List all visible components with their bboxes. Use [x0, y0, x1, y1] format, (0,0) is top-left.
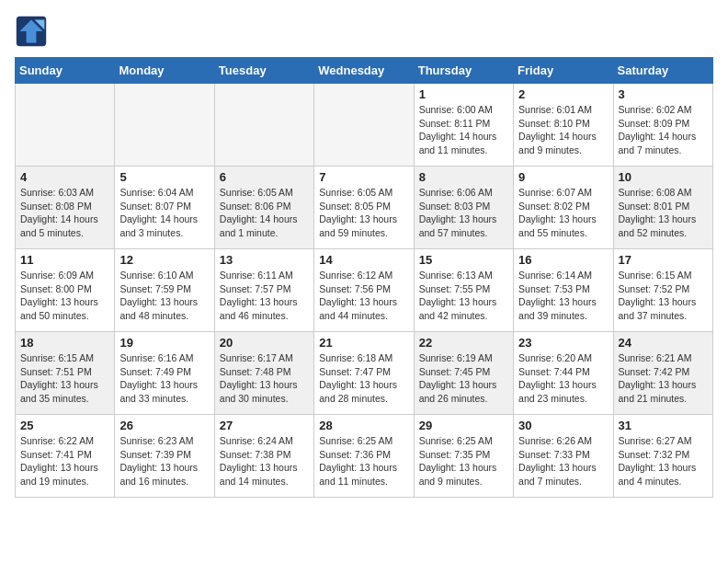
day-number: 24 [619, 336, 708, 350]
day-number: 30 [518, 419, 608, 432]
day-number: 7 [319, 170, 408, 184]
day-info: Sunrise: 6:17 AMSunset: 7:48 PMDaylight:… [220, 351, 309, 406]
calendar-week-3: 11Sunrise: 6:09 AMSunset: 8:00 PMDayligh… [16, 249, 713, 332]
day-info: Sunrise: 6:22 AMSunset: 7:41 PMDaylight:… [20, 434, 109, 488]
calendar-cell [314, 84, 414, 167]
day-info: Sunrise: 6:13 AMSunset: 7:55 PMDaylight:… [419, 269, 508, 323]
day-info: Sunrise: 6:08 AMSunset: 8:01 PMDaylight:… [619, 186, 708, 240]
day-number: 2 [518, 87, 608, 101]
calendar-week-5: 25Sunrise: 6:22 AMSunset: 7:41 PMDayligh… [16, 415, 713, 498]
weekday-header-friday: Friday [514, 58, 613, 84]
day-info: Sunrise: 6:15 AMSunset: 7:52 PMDaylight:… [619, 269, 708, 323]
logo [15, 15, 51, 48]
calendar-cell: 7Sunrise: 6:05 AMSunset: 8:05 PMDaylight… [314, 167, 414, 249]
calendar-cell: 8Sunrise: 6:06 AMSunset: 8:03 PMDaylight… [414, 167, 513, 249]
day-info: Sunrise: 6:04 AMSunset: 8:07 PMDaylight:… [119, 186, 209, 240]
calendar-cell: 9Sunrise: 6:07 AMSunset: 8:02 PMDaylight… [514, 167, 613, 249]
day-info: Sunrise: 6:26 AMSunset: 7:33 PMDaylight:… [518, 434, 608, 488]
calendar-cell: 31Sunrise: 6:27 AMSunset: 7:32 PMDayligh… [613, 415, 712, 498]
day-info: Sunrise: 6:19 AMSunset: 7:45 PMDaylight:… [419, 351, 508, 406]
day-number: 14 [319, 253, 408, 267]
calendar-cell: 5Sunrise: 6:04 AMSunset: 8:07 PMDaylight… [115, 167, 214, 249]
day-info: Sunrise: 6:09 AMSunset: 8:00 PMDaylight:… [20, 269, 109, 323]
weekday-header-saturday: Saturday [613, 58, 712, 84]
day-number: 6 [220, 170, 309, 184]
calendar-cell: 20Sunrise: 6:17 AMSunset: 7:48 PMDayligh… [214, 332, 313, 415]
day-info: Sunrise: 6:15 AMSunset: 7:51 PMDaylight:… [20, 351, 109, 406]
calendar-cell: 17Sunrise: 6:15 AMSunset: 7:52 PMDayligh… [613, 249, 712, 332]
calendar-table: SundayMondayTuesdayWednesdayThursdayFrid… [15, 57, 713, 498]
day-info: Sunrise: 6:05 AMSunset: 8:06 PMDaylight:… [220, 186, 309, 240]
weekday-header-sunday: Sunday [16, 58, 115, 84]
day-number: 12 [119, 253, 209, 267]
day-number: 8 [419, 170, 508, 184]
weekday-header-tuesday: Tuesday [214, 58, 313, 84]
calendar-cell [16, 84, 115, 167]
calendar-cell: 12Sunrise: 6:10 AMSunset: 7:59 PMDayligh… [115, 249, 214, 332]
day-number: 16 [518, 253, 608, 267]
calendar-week-4: 18Sunrise: 6:15 AMSunset: 7:51 PMDayligh… [16, 332, 713, 415]
calendar-cell: 25Sunrise: 6:22 AMSunset: 7:41 PMDayligh… [16, 415, 115, 498]
day-number: 9 [518, 170, 608, 184]
logo-icon [15, 15, 48, 48]
weekday-header-wednesday: Wednesday [314, 58, 414, 84]
day-info: Sunrise: 6:11 AMSunset: 7:57 PMDaylight:… [220, 269, 309, 323]
calendar-cell: 16Sunrise: 6:14 AMSunset: 7:53 PMDayligh… [514, 249, 613, 332]
calendar-cell: 19Sunrise: 6:16 AMSunset: 7:49 PMDayligh… [115, 332, 214, 415]
day-info: Sunrise: 6:07 AMSunset: 8:02 PMDaylight:… [518, 186, 608, 240]
day-number: 19 [119, 336, 209, 350]
calendar-cell: 24Sunrise: 6:21 AMSunset: 7:42 PMDayligh… [613, 332, 712, 415]
day-info: Sunrise: 6:02 AMSunset: 8:09 PMDaylight:… [619, 103, 708, 157]
calendar-header-row: SundayMondayTuesdayWednesdayThursdayFrid… [16, 58, 713, 84]
day-number: 1 [419, 87, 508, 101]
day-number: 25 [20, 419, 109, 432]
day-number: 21 [319, 336, 408, 350]
calendar-cell: 29Sunrise: 6:25 AMSunset: 7:35 PMDayligh… [414, 415, 513, 498]
calendar-cell: 10Sunrise: 6:08 AMSunset: 8:01 PMDayligh… [613, 167, 712, 249]
calendar-cell: 6Sunrise: 6:05 AMSunset: 8:06 PMDaylight… [214, 167, 313, 249]
day-info: Sunrise: 6:14 AMSunset: 7:53 PMDaylight:… [518, 269, 608, 323]
calendar-cell: 11Sunrise: 6:09 AMSunset: 8:00 PMDayligh… [16, 249, 115, 332]
day-number: 3 [619, 87, 708, 101]
calendar-cell: 18Sunrise: 6:15 AMSunset: 7:51 PMDayligh… [16, 332, 115, 415]
calendar-cell: 1Sunrise: 6:00 AMSunset: 8:11 PMDaylight… [414, 84, 513, 167]
day-number: 15 [419, 253, 508, 267]
day-info: Sunrise: 6:25 AMSunset: 7:35 PMDaylight:… [419, 434, 508, 488]
day-info: Sunrise: 6:12 AMSunset: 7:56 PMDaylight:… [319, 269, 408, 323]
calendar-cell: 23Sunrise: 6:20 AMSunset: 7:44 PMDayligh… [514, 332, 613, 415]
day-info: Sunrise: 6:27 AMSunset: 7:32 PMDaylight:… [619, 434, 708, 488]
weekday-header-monday: Monday [115, 58, 214, 84]
day-number: 11 [20, 253, 109, 267]
day-number: 13 [220, 253, 309, 267]
calendar-cell: 26Sunrise: 6:23 AMSunset: 7:39 PMDayligh… [115, 415, 214, 498]
day-number: 26 [119, 419, 209, 432]
day-number: 17 [619, 253, 708, 267]
day-info: Sunrise: 6:16 AMSunset: 7:49 PMDaylight:… [119, 351, 209, 406]
day-number: 31 [619, 419, 708, 432]
day-number: 20 [220, 336, 309, 350]
page-header [15, 15, 713, 48]
day-number: 22 [419, 336, 508, 350]
calendar-cell: 14Sunrise: 6:12 AMSunset: 7:56 PMDayligh… [314, 249, 414, 332]
day-number: 18 [20, 336, 109, 350]
day-info: Sunrise: 6:05 AMSunset: 8:05 PMDaylight:… [319, 186, 408, 240]
day-info: Sunrise: 6:18 AMSunset: 7:47 PMDaylight:… [319, 351, 408, 406]
day-number: 4 [20, 170, 109, 184]
calendar-cell: 13Sunrise: 6:11 AMSunset: 7:57 PMDayligh… [214, 249, 313, 332]
calendar-cell: 3Sunrise: 6:02 AMSunset: 8:09 PMDaylight… [613, 84, 712, 167]
day-number: 28 [319, 419, 408, 432]
calendar-cell: 27Sunrise: 6:24 AMSunset: 7:38 PMDayligh… [214, 415, 313, 498]
day-info: Sunrise: 6:01 AMSunset: 8:10 PMDaylight:… [518, 103, 608, 157]
day-info: Sunrise: 6:03 AMSunset: 8:08 PMDaylight:… [20, 186, 109, 240]
day-number: 29 [419, 419, 508, 432]
calendar-week-1: 1Sunrise: 6:00 AMSunset: 8:11 PMDaylight… [16, 84, 713, 167]
calendar-cell: 2Sunrise: 6:01 AMSunset: 8:10 PMDaylight… [514, 84, 613, 167]
day-number: 5 [119, 170, 209, 184]
day-info: Sunrise: 6:23 AMSunset: 7:39 PMDaylight:… [119, 434, 209, 488]
day-number: 10 [619, 170, 708, 184]
day-number: 27 [220, 419, 309, 432]
day-info: Sunrise: 6:06 AMSunset: 8:03 PMDaylight:… [419, 186, 508, 240]
day-info: Sunrise: 6:25 AMSunset: 7:36 PMDaylight:… [319, 434, 408, 488]
day-number: 23 [518, 336, 608, 350]
weekday-header-thursday: Thursday [414, 58, 513, 84]
